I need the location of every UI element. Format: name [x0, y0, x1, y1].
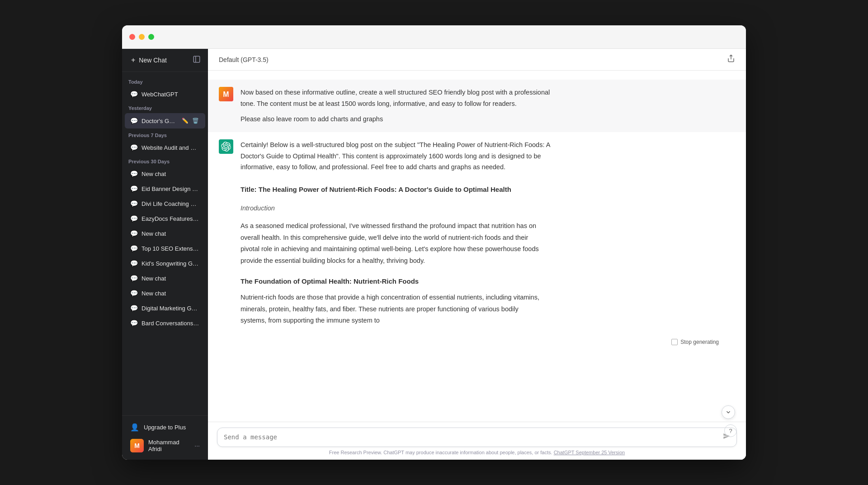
user-message-text: Now based on these informative outline, … — [241, 87, 557, 109]
chat-icon: 💬 — [130, 200, 138, 207]
svg-text:M: M — [223, 90, 229, 98]
sidebar-content: Today 💬 WebChatGPT Yesterday 💬 Doctor's … — [122, 72, 208, 415]
sidebar-item-label: New chat — [142, 171, 200, 177]
chat-icon: 💬 — [130, 230, 138, 237]
blog-title: Title: The Healing Power of Nutrient-Ric… — [241, 184, 541, 195]
input-row — [217, 428, 737, 447]
message-user: M Now based on these informative outline… — [208, 80, 746, 132]
sidebar-item-label: New chat — [142, 290, 200, 297]
sidebar-toggle-button[interactable] — [191, 53, 203, 67]
titlebar — [122, 25, 746, 49]
app-window: + New Chat Today 💬 WebChatGPT — [122, 25, 746, 460]
edit-button[interactable]: ✏️ — [181, 117, 189, 125]
sidebar-item-website-audit[interactable]: 💬 Website Audit and Optimizati... — [125, 140, 205, 155]
user-menu-button[interactable]: M Mohammad Afridi ··· — [126, 435, 204, 456]
chat-icon: 💬 — [130, 304, 138, 312]
sidebar-item-label: Top 10 SEO Extensions — [142, 245, 200, 252]
message-assistant: Certainly! Below is a well-structured bl… — [208, 132, 746, 180]
sidebar-item-new-chat-3[interactable]: 💬 New chat — [125, 271, 205, 285]
chat-messages: M Now based on these informative outline… — [208, 71, 746, 422]
sidebar-item-label: Bard Conversations in Google... — [142, 320, 200, 327]
chat-icon: 💬 — [130, 170, 138, 177]
user-avatar: M — [219, 87, 233, 101]
section-yesterday: Yesterday — [122, 102, 208, 113]
upgrade-button[interactable]: 👤 Upgrade to Plus — [126, 419, 204, 435]
chat-icon: 💬 — [130, 185, 138, 192]
sidebar-item-label: New chat — [142, 275, 200, 282]
sidebar-item-label: Website Audit and Optimizati... — [142, 144, 200, 151]
gpt-avatar — [219, 139, 233, 154]
chat-icon: 💬 — [130, 275, 138, 282]
app-body: + New Chat Today 💬 WebChatGPT — [122, 49, 746, 460]
chat-icon: 💬 — [130, 117, 138, 124]
blog-intro: Introduction — [241, 203, 541, 214]
sidebar-item-eazydocs[interactable]: 💬 EazyDocs Features Video — [125, 211, 205, 226]
assistant-message-content: Certainly! Below is a well-structured bl… — [241, 139, 557, 173]
sidebar-item-divi-life[interactable]: 💬 Divi Life Coaching Website — [125, 196, 205, 211]
user-message-text-2: Please also leave room to add charts and… — [241, 114, 557, 125]
blog-section1-text: Nutrient-rich foods are those that provi… — [241, 292, 541, 326]
share-button[interactable] — [727, 54, 735, 65]
sidebar: + New Chat Today 💬 WebChatGPT — [122, 49, 208, 460]
sidebar-item-label: Doctor's Guide to Heal... — [142, 118, 177, 124]
sidebar-item-eid-banner[interactable]: 💬 Eid Banner Design Prompts — [125, 181, 205, 196]
avatar: M — [130, 439, 144, 452]
input-area: Free Research Preview. ChatGPT may produ… — [208, 422, 746, 460]
chat-icon: 💬 — [130, 90, 138, 98]
sidebar-item-new-chat-4[interactable]: 💬 New chat — [125, 286, 205, 300]
delete-button[interactable]: 🗑️ — [191, 117, 200, 125]
main-content: Default (GPT-3.5) — [208, 49, 746, 460]
disclaimer: Free Research Preview. ChatGPT may produ… — [217, 447, 737, 457]
chat-icon: 💬 — [130, 245, 138, 252]
help-button[interactable]: ? — [724, 424, 737, 437]
more-options-icon: ··· — [194, 442, 200, 449]
close-button[interactable] — [129, 34, 135, 40]
sidebar-item-new-chat-1[interactable]: 💬 New chat — [125, 166, 205, 181]
sidebar-item-kids-song[interactable]: 💬 Kid's Songwriting Guide — [125, 256, 205, 271]
svg-text:M: M — [134, 442, 140, 449]
sidebar-item-top-seo[interactable]: 💬 Top 10 SEO Extensions — [125, 241, 205, 256]
svg-rect-0 — [193, 56, 200, 62]
model-selector[interactable]: Default (GPT-3.5) — [219, 56, 269, 63]
user-name-label: Mohammad Afridi — [148, 439, 190, 452]
stop-generating-checkbox[interactable] — [671, 339, 678, 345]
chat-item-actions: ✏️ 🗑️ — [181, 117, 200, 125]
maximize-button[interactable] — [148, 34, 154, 40]
chat-icon: 💬 — [130, 215, 138, 222]
disclaimer-text: Free Research Preview. ChatGPT may produ… — [329, 450, 554, 455]
message-input[interactable] — [224, 433, 718, 442]
sidebar-item-label: New chat — [142, 230, 200, 237]
minimize-button[interactable] — [139, 34, 145, 40]
traffic-lights — [129, 34, 154, 40]
sidebar-footer: 👤 Upgrade to Plus — [122, 415, 208, 460]
assistant-intro-text: Certainly! Below is a well-structured bl… — [241, 139, 557, 173]
blog-section1-title: The Foundation of Optimal Health: Nutrie… — [241, 276, 541, 287]
sidebar-item-label: Digital Marketing Guide for St... — [142, 305, 200, 312]
disclaimer-link[interactable]: ChatGPT September 25 Version — [554, 450, 625, 455]
user-message-content: Now based on these informative outline, … — [241, 87, 557, 125]
sidebar-header: + New Chat — [122, 49, 208, 72]
blog-intro-text: As a seasoned medical professional, I've… — [241, 220, 541, 266]
sidebar-item-digital-marketing[interactable]: 💬 Digital Marketing Guide for St... — [125, 301, 205, 315]
sidebar-item-label: EazyDocs Features Video — [142, 215, 200, 222]
upgrade-icon: 👤 — [130, 423, 139, 432]
sidebar-item-label: WebChatGPT — [142, 91, 200, 98]
new-chat-button[interactable]: + New Chat — [127, 53, 191, 67]
stop-generating-label[interactable]: Stop generating — [680, 339, 719, 345]
sidebar-item-webchatgpt[interactable]: 💬 WebChatGPT — [125, 87, 205, 101]
section-prev30: Previous 30 Days — [122, 155, 208, 166]
chat-icon: 💬 — [130, 144, 138, 151]
new-chat-label: New Chat — [139, 57, 166, 64]
sidebar-item-label: Divi Life Coaching Website — [142, 200, 200, 207]
sidebar-item-new-chat-2[interactable]: 💬 New chat — [125, 226, 205, 241]
sidebar-item-bard-conversations[interactable]: 💬 Bard Conversations in Google... — [125, 316, 205, 330]
chat-header: Default (GPT-3.5) — [208, 49, 746, 71]
chat-icon: 💬 — [130, 260, 138, 267]
sidebar-item-label: Kid's Songwriting Guide — [142, 260, 200, 267]
plus-icon: + — [131, 56, 135, 64]
scroll-to-bottom-button[interactable] — [722, 405, 735, 419]
stop-generating-row: Stop generating — [208, 339, 746, 350]
section-prev7: Previous 7 Days — [122, 129, 208, 140]
sidebar-item-doctors-guide[interactable]: 💬 Doctor's Guide to Heal... ✏️ 🗑️ — [125, 113, 205, 128]
blog-content: Title: The Healing Power of Nutrient-Ric… — [208, 184, 552, 339]
